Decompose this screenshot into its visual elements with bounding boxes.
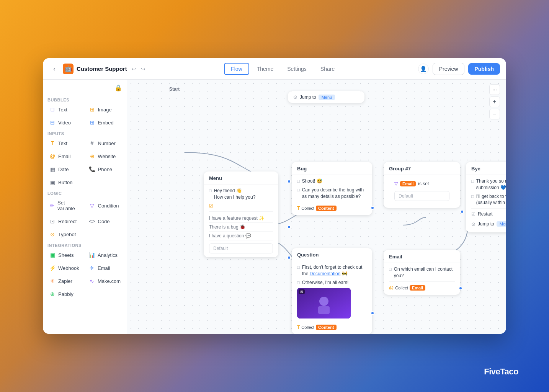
sidebar-item-set-variable[interactable]: ✏ Set variable: [46, 197, 84, 214]
node-question[interactable]: Question □ First, don't forget to check …: [292, 248, 372, 334]
email-collect: @ Collect Email: [389, 285, 425, 291]
website-icon: ⊕: [89, 153, 96, 159]
sidebar-item-email-int[interactable]: ✈ Email: [85, 262, 124, 274]
tab-share[interactable]: Share: [314, 64, 341, 74]
question-image: ⊠: [297, 288, 351, 318]
node-group7[interactable]: Group #7 ▽ Email is set Default: [384, 162, 460, 208]
text-bubble-icon: □: [49, 106, 56, 113]
set-var-label: Set variable: [57, 200, 81, 211]
bug-bubble-icon-1: □: [297, 178, 300, 184]
sidebar-item-sheets[interactable]: ▣ Sheets: [46, 249, 84, 261]
sidebar-item-typebot[interactable]: ⊙ Typebot: [46, 229, 84, 240]
q-bubble-1: □: [297, 265, 300, 270]
dot-4: [371, 206, 374, 210]
more-options-button[interactable]: ···: [489, 84, 500, 95]
make-icon: ∿: [88, 278, 95, 284]
sidebar: 🔒 Bubbles □ Text ⊞ Image ⊟ Video ⊞: [43, 80, 127, 334]
menu-option-3: I have a question 💬: [209, 232, 273, 240]
sidebar-item-condition[interactable]: ▽ Condition: [86, 197, 124, 214]
sidebar-item-button[interactable]: ▣ Button: [46, 176, 84, 188]
dot-3: [287, 256, 291, 260]
jump-icon: ⊙: [293, 94, 297, 100]
bug-collect: T Collect Content: [297, 206, 337, 211]
sidebar-item-pabbly[interactable]: ⊕ Pabbly: [46, 288, 84, 300]
sidebar-item-embed[interactable]: ⊞ Embed: [86, 117, 124, 128]
sidebar-item-phone[interactable]: 📞 Phone: [86, 163, 124, 175]
sidebar-item-text-input[interactable]: T Text: [46, 137, 84, 149]
inputs-grid: T Text # Number @ Email ⊕ Website ▦ Da: [43, 137, 127, 188]
sidebar-item-zapier[interactable]: ✳ Zapier: [46, 275, 84, 287]
code-label: Code: [98, 219, 110, 224]
dot-7: [459, 286, 462, 290]
dot-6: [460, 210, 464, 214]
image-icon: ⊞: [89, 106, 96, 113]
bug-body: □ Shoot! 😅 □ Can you describe the bug wi…: [292, 175, 372, 215]
bye-bubble-1: □: [471, 178, 474, 184]
preview-button[interactable]: Preview: [433, 63, 465, 75]
group7-body: ▽ Email is set Default: [384, 175, 460, 208]
email-label: Email: [58, 154, 71, 159]
bye-jump-target: Menu: [497, 221, 506, 227]
condition-label: Condition: [98, 203, 119, 209]
number-label: Number: [98, 140, 116, 146]
canvas[interactable]: Start ⊙ Jump to Menu Menu □ Hey friend 👋…: [127, 80, 506, 334]
back-button[interactable]: ‹: [49, 64, 60, 74]
analytics-label: Analytics: [98, 252, 118, 258]
sidebar-item-analytics[interactable]: 📊 Analytics: [85, 249, 124, 261]
question-image-wrapper: ⊠: [297, 288, 367, 318]
sidebar-item-webhook[interactable]: ⚡ Webhook: [46, 262, 84, 274]
sidebar-item-code[interactable]: <> Code: [86, 216, 124, 227]
sidebar-item-email[interactable]: @ Email: [46, 150, 84, 162]
image-label: Image: [98, 107, 112, 113]
sidebar-item-redirect[interactable]: ⊡ Redirect: [46, 216, 84, 227]
node-bye[interactable]: Bye □ Thank you so much for your submiss…: [466, 162, 506, 232]
redirect-icon: ⊡: [49, 218, 56, 224]
undo-button[interactable]: ↩: [130, 64, 138, 74]
undo-redo-group: ↩ ↪: [130, 64, 147, 74]
publish-button[interactable]: Publish: [468, 63, 500, 75]
tab-theme[interactable]: Theme: [251, 64, 280, 74]
sidebar-item-video[interactable]: ⊟ Video: [46, 117, 84, 128]
webhook-label: Webhook: [58, 265, 79, 271]
node-menu[interactable]: Menu □ Hey friend 👋How can I help you? ☑…: [204, 172, 278, 257]
email-icon: @: [49, 153, 56, 159]
header: ‹ 🤖 Customer Support ↩ ↪ Flow Theme Sett…: [43, 58, 506, 80]
node-bug[interactable]: Bug □ Shoot! 😅 □ Can you describe the bu…: [292, 162, 372, 215]
main: 🔒 Bubbles □ Text ⊞ Image ⊟ Video ⊞: [43, 80, 506, 334]
bug-collect-badge: Content: [316, 206, 337, 211]
embed-label: Embed: [98, 120, 114, 126]
doc-link[interactable]: Documentation: [310, 271, 341, 276]
make-label: Make.com: [98, 278, 121, 284]
bye-restart: ☑ Restart: [471, 211, 506, 217]
zoom-out-button[interactable]: −: [489, 109, 500, 119]
zoom-in-button[interactable]: +: [489, 96, 500, 107]
node-jump-to-menu[interactable]: ⊙ Jump to Menu: [288, 91, 364, 103]
sidebar-item-image[interactable]: ⊞ Image: [86, 104, 124, 115]
restart-label: Restart: [478, 211, 493, 217]
redo-button[interactable]: ↪: [139, 64, 147, 74]
tab-settings[interactable]: Settings: [281, 64, 313, 74]
phone-label: Phone: [98, 167, 113, 172]
q-collect-badge: Content: [316, 325, 337, 330]
bug-msg-2: □ Can you describe the bug with as many …: [297, 187, 367, 200]
jump-to-row: ⊙ Jump to Menu: [288, 91, 364, 103]
group7-filter: ▽ Email is set: [389, 178, 455, 189]
email-collect-icon: @: [389, 285, 394, 291]
menu-option-1: I have a feature request ✨: [209, 214, 273, 223]
sidebar-item-website[interactable]: ⊕ Website: [86, 150, 124, 162]
bye-jump-text: Jump to: [478, 221, 494, 227]
webhook-icon: ⚡: [49, 265, 56, 271]
sidebar-item-date[interactable]: ▦ Date: [46, 163, 84, 175]
sidebar-item-number[interactable]: # Number: [86, 137, 124, 149]
button-label: Button: [58, 180, 73, 185]
restart-icon: ☑: [471, 211, 475, 217]
section-integrations: Integrations: [43, 240, 127, 249]
sidebar-item-text[interactable]: □ Text: [46, 104, 84, 115]
tab-flow[interactable]: Flow: [224, 63, 249, 75]
node-email[interactable]: Email □ On which email can I contact you…: [384, 250, 460, 295]
number-icon: #: [89, 140, 96, 146]
email-int-icon: ✈: [88, 265, 95, 271]
menu-msg-1: □ Hey friend 👋How can I help you?: [209, 188, 273, 201]
sidebar-item-make[interactable]: ∿ Make.com: [85, 275, 124, 287]
image-overlay-icon: ⊠: [299, 289, 305, 294]
